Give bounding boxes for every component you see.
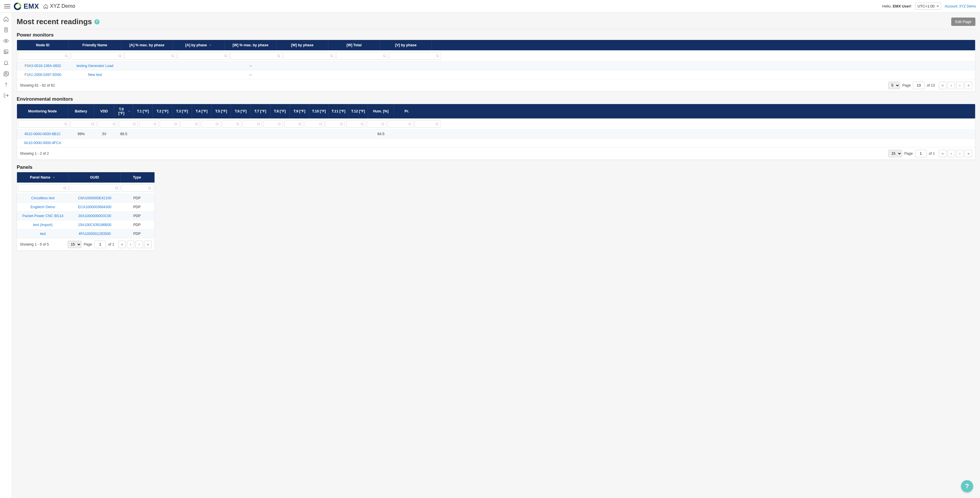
breadcrumb-home[interactable]: XYZ Demo xyxy=(43,3,75,9)
env-filter-5[interactable] xyxy=(160,120,179,128)
power-prev-page[interactable]: ‹ xyxy=(948,82,955,89)
env-filter-1[interactable] xyxy=(70,120,96,128)
edit-page-button[interactable]: Edit Page xyxy=(951,17,975,26)
nav-reports-icon[interactable] xyxy=(3,49,9,55)
env-page-size[interactable]: 15 xyxy=(888,150,902,157)
env-filter-0[interactable] xyxy=(18,120,69,128)
nav-help-icon[interactable] xyxy=(3,82,9,87)
col-w-phase[interactable]: [W] by phase xyxy=(277,40,328,50)
panels-page-size[interactable]: 15 xyxy=(68,241,81,248)
env-col-10[interactable]: T.7 [°F] xyxy=(251,104,270,119)
filter-a-phase[interactable] xyxy=(178,52,229,60)
power-last-page[interactable]: » xyxy=(965,82,972,89)
node-link[interactable]: 0A10-0000-0000-4FCA xyxy=(24,141,61,145)
env-col-6[interactable]: T.3 [°F] xyxy=(172,104,192,119)
col-type[interactable]: Type xyxy=(121,172,153,182)
env-col-15[interactable]: T.12 [°F] xyxy=(348,104,368,119)
env-prev-page[interactable]: ‹ xyxy=(948,150,955,157)
filter-w-phase[interactable] xyxy=(283,52,335,60)
friendly-name-link[interactable]: testing Generator Load xyxy=(76,64,113,68)
filter-friendly-name[interactable] xyxy=(71,52,123,60)
env-col-17[interactable]: Pr. xyxy=(394,104,420,119)
col-a-pct-phase[interactable]: [A] % max. by phase xyxy=(121,40,173,50)
filter-w-total[interactable] xyxy=(336,52,388,60)
env-col-11[interactable]: T.8 [°F] xyxy=(270,104,290,119)
col-w-total[interactable]: [W] Total xyxy=(328,40,380,50)
env-col-14[interactable]: T.11 [°F] xyxy=(329,104,348,119)
account-link[interactable]: Account: XYZ Demo xyxy=(945,4,976,8)
env-col-16[interactable]: Hum. [%] xyxy=(368,104,394,119)
env-filter-16[interactable] xyxy=(388,120,414,128)
panel-guid-link[interactable]: 20A1000000003C00 xyxy=(78,214,111,218)
env-col-4[interactable]: T.1 [°F] xyxy=(133,104,153,119)
env-page-input[interactable] xyxy=(915,150,926,157)
nav-logout-icon[interactable] xyxy=(3,93,9,98)
env-filter-8[interactable] xyxy=(222,120,242,128)
timezone-select[interactable]: UTC+1:00 xyxy=(915,3,942,10)
env-filter-2[interactable] xyxy=(97,120,118,128)
panels-last-page[interactable]: » xyxy=(144,241,152,248)
panel-guid-link[interactable]: C8A1000000E42100 xyxy=(78,196,111,200)
filter-type[interactable] xyxy=(121,184,153,192)
power-page-size[interactable]: 5 xyxy=(888,82,900,89)
panels-prev-page[interactable]: ‹ xyxy=(127,241,134,248)
filter-node-id[interactable] xyxy=(18,52,70,60)
nav-devices-icon[interactable] xyxy=(3,27,9,33)
power-next-page[interactable]: › xyxy=(956,82,964,89)
col-guid[interactable]: GUID xyxy=(69,172,121,182)
nav-home-icon[interactable] xyxy=(3,16,9,22)
filter-a-pct[interactable] xyxy=(124,52,177,60)
env-col-0[interactable]: Monitoring Node xyxy=(17,104,68,119)
env-col-13[interactable]: T.10 [°F] xyxy=(309,104,329,119)
nav-alerts-icon[interactable] xyxy=(3,60,9,65)
panel-guid-link[interactable]: 4FA1000001293500 xyxy=(78,232,111,236)
filter-v-phase[interactable] xyxy=(389,52,441,60)
col-a-phase[interactable]: [A] by phase xyxy=(173,40,225,50)
panel-name-link[interactable]: test (Import) xyxy=(33,223,52,227)
env-filter-11[interactable] xyxy=(284,120,304,128)
env-filter-9[interactable] xyxy=(243,120,262,128)
filter-w-pct[interactable] xyxy=(231,52,282,60)
env-filter-14[interactable] xyxy=(346,120,366,128)
env-first-page[interactable]: « xyxy=(939,150,947,157)
panel-name-link[interactable]: test xyxy=(40,232,46,236)
env-col-2[interactable]: VDD xyxy=(94,104,114,119)
panel-guid-link[interactable]: 15A100C439186B00 xyxy=(78,223,111,227)
env-col-1[interactable]: Battery xyxy=(68,104,94,119)
env-filter-10[interactable] xyxy=(263,120,283,128)
node-link[interactable]: A3-0018-136A-0602 xyxy=(29,64,61,68)
node-link[interactable]: A1-2000-0397-5D00 xyxy=(29,73,61,77)
env-col-7[interactable]: T.4 [°F] xyxy=(192,104,212,119)
panels-next-page[interactable]: › xyxy=(135,241,143,248)
menu-toggle[interactable] xyxy=(4,3,10,10)
filter-guid[interactable] xyxy=(70,184,120,192)
env-col-12[interactable]: T.9 [°F] xyxy=(290,104,309,119)
env-next-page[interactable]: › xyxy=(956,150,964,157)
panels-page-input[interactable] xyxy=(94,241,106,248)
col-panel-name[interactable]: Panel Name xyxy=(17,172,69,182)
env-filter-13[interactable] xyxy=(325,120,345,128)
env-filter-17[interactable] xyxy=(415,120,441,128)
env-filter-3[interactable] xyxy=(119,120,138,128)
col-friendly-name[interactable]: Friendly Name xyxy=(69,40,121,50)
brand-logo[interactable]: EMX xyxy=(14,2,39,10)
env-col-8[interactable]: T.5 [°F] xyxy=(212,104,231,119)
node-link[interactable]: 4510-0000-0000-6B1C xyxy=(24,132,61,136)
env-col-3[interactable]: T.0 [°F] xyxy=(114,104,133,119)
panel-name-link[interactable]: Circuitless test xyxy=(31,196,54,200)
filter-panel-name[interactable] xyxy=(18,184,68,192)
col-w-pct-phase[interactable]: [W] % max. by phase xyxy=(225,40,277,50)
env-filter-6[interactable] xyxy=(180,120,200,128)
env-filter-12[interactable] xyxy=(305,120,324,128)
env-filter-7[interactable] xyxy=(201,120,221,128)
panel-guid-link[interactable]: ECA1000003684300 xyxy=(78,205,111,209)
panel-name-link[interactable]: Packet Power CNC BG14 xyxy=(22,214,63,218)
panels-first-page[interactable]: « xyxy=(118,241,126,248)
page-help-icon[interactable]: ? xyxy=(94,19,100,24)
env-col-9[interactable]: T.6 [°F] xyxy=(231,104,251,119)
env-filter-15[interactable] xyxy=(367,120,387,128)
col-v-phase[interactable]: [V] by phase xyxy=(380,40,432,50)
nav-monitoring-icon[interactable] xyxy=(3,38,9,44)
friendly-name-link[interactable]: New test xyxy=(88,73,102,77)
help-fab[interactable]: ? xyxy=(961,480,973,492)
